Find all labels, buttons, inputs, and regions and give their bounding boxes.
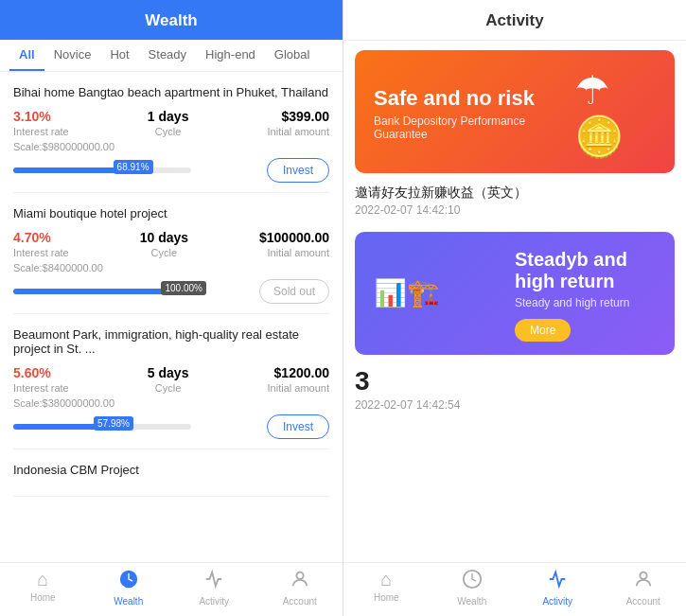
rate-value-3: 5.60%	[13, 365, 51, 380]
stat-cycle-3: 5 days Cycle	[148, 365, 189, 394]
banner-purple-left: 📊🏗️	[374, 277, 515, 314]
nav-activity-right[interactable]: Activity	[515, 569, 601, 607]
investment-list: Bihai home Bangtao beach apartment in Ph…	[0, 72, 343, 562]
progress-fill-2: 100.00%	[13, 289, 184, 294]
rate-label-1: Interest rate	[13, 126, 69, 137]
rate-value-2: 4.70%	[13, 230, 51, 245]
progress-label-1: 68.91%	[114, 160, 153, 174]
tab-hot[interactable]: Hot	[100, 40, 138, 71]
activity-item-2: 3 2022-02-07 14:42:54	[355, 366, 675, 412]
investment-title-2: Miami boutique hotel project	[13, 206, 329, 220]
cycle-value-3: 5 days	[148, 365, 189, 380]
investment-title-4: Indonesia CBM Project	[13, 463, 329, 477]
activity-item-1-date: 2022-02-07 14:42:10	[355, 203, 675, 217]
nav-activity-left[interactable]: Activity	[171, 569, 257, 607]
progress-bar-2: 100.00%	[13, 289, 184, 294]
banner-purple[interactable]: 📊🏗️ Steadyb and high return Steady and h…	[355, 232, 675, 355]
banner-more-button[interactable]: More	[515, 319, 571, 342]
wealth-panel: Wealth All Novice Hot Steady High-end Gl…	[0, 0, 343, 616]
wealth-icon-left	[118, 569, 139, 594]
progress-row-3: 57.98% Invest	[13, 414, 329, 439]
tab-high-end[interactable]: High-end	[196, 40, 265, 71]
initial-label-1: Initial amount	[268, 126, 329, 137]
stat-initial-1: $399.00 Initial amount	[268, 109, 329, 137]
right-bottom-nav: ⌂ Home Wealth Activity Account	[343, 562, 686, 616]
investment-title-3: Beaumont Park, immigration, high-quality…	[13, 327, 329, 356]
banner-purple-sub: Steady and high return	[515, 296, 656, 309]
svg-point-1	[296, 572, 303, 579]
initial-value-2: $100000.00	[259, 230, 329, 245]
banner-orange-illus: ☂🪙	[574, 67, 656, 160]
nav-wealth-left[interactable]: Wealth	[86, 569, 172, 607]
nav-account-left[interactable]: Account	[257, 569, 343, 607]
wealth-tabs: All Novice Hot Steady High-end Global	[0, 40, 343, 72]
stat-initial-3: $1200.00 Initial amount	[268, 365, 329, 394]
left-bottom-nav: ⌂ Home Wealth Activity Account	[0, 562, 343, 616]
home-icon-left: ⌂	[37, 569, 48, 590]
cycle-value-2: 10 days	[140, 230, 188, 245]
nav-home-left[interactable]: ⌂ Home	[0, 569, 86, 607]
tab-novice[interactable]: Novice	[44, 40, 101, 71]
soldout-button-2: Sold out	[259, 279, 329, 304]
invest-button-1[interactable]: Invest	[267, 158, 329, 183]
activity-item-1: 邀请好友拉新赚收益（英文） 2022-02-07 14:42:10	[355, 185, 675, 217]
investment-stats-1: 3.10% Interest rate 1 days Cycle $399.00…	[13, 109, 329, 137]
nav-home-label-left: Home	[30, 592, 56, 603]
activity-icon-right	[547, 569, 568, 594]
investment-card-1: Bihai home Bangtao beach apartment in Ph…	[13, 72, 329, 193]
investment-card-3: Beaumont Park, immigration, high-quality…	[13, 314, 329, 449]
rate-label-2: Interest rate	[13, 247, 69, 258]
rate-label-3: Interest rate	[13, 382, 69, 394]
tab-all[interactable]: All	[9, 40, 44, 71]
progress-fill-1: 68.91%	[13, 167, 136, 173]
investment-card-4: Indonesia CBM Project	[13, 449, 329, 497]
nav-wealth-label-right: Wealth	[457, 596, 486, 607]
scale-2: Scale:$8400000.00	[13, 262, 329, 273]
banner-orange[interactable]: Safe and no risk Bank Depository Perform…	[355, 50, 675, 173]
progress-bar-3: 57.98%	[13, 424, 191, 430]
stat-rate-3: 5.60% Interest rate	[13, 365, 69, 394]
nav-account-label-left: Account	[283, 596, 317, 607]
progress-fill-3: 57.98%	[13, 424, 116, 430]
progress-wrap-1: 68.91%	[13, 167, 267, 173]
banner-orange-text: Safe and no risk Bank Depository Perform…	[374, 86, 574, 141]
activity-item-1-title: 邀请好友拉新赚收益（英文）	[355, 185, 675, 202]
tab-global[interactable]: Global	[265, 40, 320, 71]
stat-rate-1: 3.10% Interest rate	[13, 109, 69, 137]
banner-purple-title: Steadyb and high return	[515, 249, 656, 292]
investment-card-2: Miami boutique hotel project 4.70% Inter…	[13, 193, 329, 314]
account-icon-left	[290, 569, 310, 594]
activity-header: Activity	[343, 0, 686, 41]
banner-orange-sub: Bank Depository Performance Guarantee	[374, 114, 574, 141]
nav-activity-label-right: Activity	[542, 596, 572, 607]
cycle-label-3: Cycle	[155, 382, 182, 394]
nav-wealth-label-left: Wealth	[114, 596, 143, 607]
scale-3: Scale:$380000000.00	[13, 397, 329, 409]
rate-value-1: 3.10%	[13, 109, 51, 124]
initial-value-3: $1200.00	[274, 365, 329, 380]
initial-label-3: Initial amount	[268, 382, 329, 394]
banner-purple-inner: 📊🏗️ Steadyb and high return Steady and h…	[374, 249, 656, 342]
nav-wealth-right[interactable]: Wealth	[430, 569, 516, 607]
initial-value-1: $399.00	[281, 109, 329, 124]
invest-button-3[interactable]: Invest	[267, 414, 329, 439]
cycle-value-1: 1 days	[148, 109, 189, 124]
progress-bar-1: 68.91%	[13, 167, 191, 173]
progress-row-1: 68.91% Invest	[13, 158, 329, 183]
stat-cycle-1: 1 days Cycle	[148, 109, 189, 137]
stat-rate-2: 4.70% Interest rate	[13, 230, 69, 258]
stat-cycle-2: 10 days Cycle	[140, 230, 188, 258]
progress-wrap-3: 57.98%	[13, 424, 267, 430]
nav-account-label-right: Account	[626, 596, 660, 607]
banner-purple-text: Steadyb and high return Steady and high …	[515, 249, 656, 342]
banner-orange-title: Safe and no risk	[374, 86, 574, 111]
initial-label-2: Initial amount	[268, 247, 329, 258]
cycle-label-2: Cycle	[151, 247, 178, 258]
scale-1: Scale:$980000000.00	[13, 141, 329, 152]
wealth-header: Wealth	[0, 0, 343, 40]
nav-account-right[interactable]: Account	[601, 569, 687, 607]
nav-home-right[interactable]: ⌂ Home	[343, 569, 430, 607]
banner-purple-illus: 📊🏗️	[374, 277, 515, 308]
tab-steady[interactable]: Steady	[139, 40, 196, 71]
stat-initial-2: $100000.00 Initial amount	[259, 230, 329, 258]
